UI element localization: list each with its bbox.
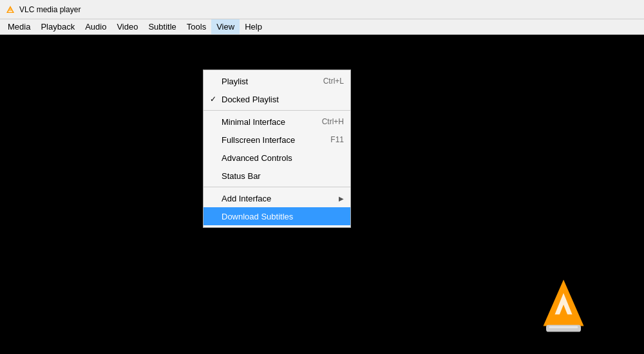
- menu-view[interactable]: View: [211, 19, 240, 34]
- menu-item-status-bar[interactable]: Status Bar: [204, 167, 350, 185]
- menu-audio[interactable]: Audio: [80, 19, 111, 34]
- advanced-label: Advanced Controls: [222, 153, 339, 163]
- playlist-label: Playlist: [222, 77, 318, 86]
- menu-media[interactable]: Media: [3, 19, 35, 34]
- menu-help[interactable]: Help: [240, 19, 267, 34]
- menu-item-playlist[interactable]: Playlist Ctrl+L: [204, 72, 350, 90]
- app-title: VLC media player: [19, 5, 80, 14]
- title-bar: VLC media player: [0, 0, 644, 19]
- svg-rect-7: [549, 326, 578, 329]
- fullscreen-label: Fullscreen Interface: [222, 135, 325, 145]
- fullscreen-shortcut: F11: [330, 135, 344, 144]
- menu-bar: Media Playback Audio Video Subtitle Tool…: [0, 19, 644, 35]
- separator-2: [204, 187, 350, 187]
- menu-tools[interactable]: Tools: [182, 19, 211, 34]
- playlist-shortcut: Ctrl+L: [323, 77, 344, 86]
- statusbar-label: Status Bar: [222, 171, 339, 181]
- svg-rect-6: [546, 325, 581, 332]
- menu-video[interactable]: Video: [111, 19, 143, 34]
- menu-item-minimal-interface[interactable]: Minimal Interface Ctrl+H: [204, 113, 350, 131]
- menu-subtitle[interactable]: Subtitle: [143, 19, 181, 34]
- download-subtitles-label: Download Subtitles: [222, 212, 339, 221]
- svg-rect-2: [8, 11, 12, 12]
- minimal-shortcut: Ctrl+H: [322, 117, 344, 126]
- add-interface-label: Add Interface: [222, 194, 336, 203]
- vlc-cone-logo: [535, 277, 592, 335]
- menu-item-advanced-controls[interactable]: Advanced Controls: [204, 149, 350, 167]
- add-interface-arrow: ▶: [339, 195, 344, 202]
- menu-item-docked-playlist[interactable]: ✓ Docked Playlist: [204, 90, 350, 108]
- menu-item-add-interface[interactable]: Add Interface ▶: [204, 189, 350, 207]
- minimal-label: Minimal Interface: [222, 117, 317, 127]
- docked-playlist-check: ✓: [210, 95, 222, 104]
- docked-playlist-label: Docked Playlist: [222, 95, 339, 104]
- menu-item-download-subtitles[interactable]: Download Subtitles: [204, 207, 350, 225]
- separator-1: [204, 110, 350, 111]
- video-area: Playlist Ctrl+L ✓ Docked Playlist Minima…: [0, 35, 644, 354]
- view-dropdown-menu: Playlist Ctrl+L ✓ Docked Playlist Minima…: [203, 70, 351, 228]
- menu-item-fullscreen-interface[interactable]: Fullscreen Interface F11: [204, 131, 350, 149]
- vlc-title-icon: [5, 5, 15, 15]
- menu-playback[interactable]: Playback: [35, 19, 80, 34]
